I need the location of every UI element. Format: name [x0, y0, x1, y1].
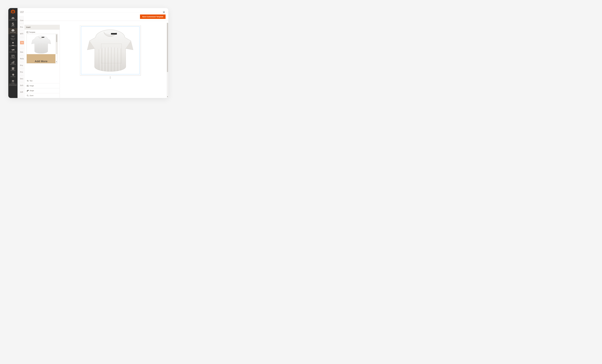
sidebar-item-label: REPORTS: [10, 64, 16, 65]
svg-rect-26: [111, 33, 117, 35]
sidebar-item-label: DASHBOARD: [9, 20, 17, 21]
sidebar-item-label: WEB TO PRINT: [9, 38, 17, 41]
canvas-area: [24, 21, 168, 98]
svg-rect-5: [11, 63, 12, 64]
admin-window: DASHBOARD $ SALES CATALOG WEB TO PRINT C…: [8, 8, 168, 98]
template-editor-modal: ✕ Save Customized Template Insert Templa…: [24, 8, 168, 98]
print-area[interactable]: [101, 44, 122, 63]
sidebar-item-label: CUSTOMERS: [9, 45, 17, 47]
sidebar-item-label: FIND PARTNERS & EXTENSIONS: [9, 82, 17, 86]
close-icon[interactable]: ✕: [162, 10, 166, 14]
svg-point-1: [12, 42, 14, 43]
sidebar-item-sales[interactable]: $ SALES: [8, 22, 18, 28]
sidebar-item-stores[interactable]: STORES: [8, 66, 18, 72]
sidebar-item-label: CATALOG: [10, 32, 16, 33]
admin-sidebar: DASHBOARD $ SALES CATALOG WEB TO PRINT C…: [8, 8, 18, 98]
person-icon: [11, 43, 14, 45]
layout-icon: [11, 55, 14, 57]
svg-rect-2: [12, 55, 14, 57]
sidebar-item-label: CONTENT: [10, 58, 16, 59]
svg-point-8: [14, 61, 14, 62]
webtoprint-icon: [11, 35, 14, 38]
sidebar-item-content[interactable]: CONTENT: [8, 54, 18, 60]
artboard-selection[interactable]: [81, 26, 140, 74]
sidebar-item-partners[interactable]: FIND PARTNERS & EXTENSIONS: [8, 78, 18, 87]
partners-icon: [11, 80, 14, 82]
modal-body-scrollbar[interactable]: ▾: [167, 23, 168, 97]
sidebar-item-dashboard[interactable]: DASHBOARD: [8, 16, 18, 22]
svg-rect-27: [111, 33, 117, 34]
box-icon: [11, 29, 14, 32]
sidebar-item-label: STORES: [11, 70, 15, 71]
bar-chart-icon: [11, 61, 14, 64]
gauge-icon: [11, 17, 14, 19]
svg-rect-6: [12, 62, 13, 64]
sidebar-item-system[interactable]: SYSTEM: [8, 72, 18, 78]
sidebar-item-catalog[interactable]: CATALOG: [8, 28, 18, 34]
storefront-icon: [11, 67, 14, 70]
sidebar-item-label: MARKETING: [10, 52, 16, 53]
chevron-down-icon[interactable]: ▾: [167, 96, 168, 97]
sidebar-item-marketing[interactable]: MARKETING: [8, 48, 18, 54]
sidebar-item-label: SYSTEM: [11, 76, 15, 77]
sidebar-item-webtoprint[interactable]: WEB TO PRINT: [8, 34, 18, 42]
artboard[interactable]: [80, 25, 141, 75]
sidebar-item-label: SALES: [11, 26, 15, 27]
gear-icon: [11, 74, 14, 76]
dollar-icon: $: [11, 23, 14, 25]
sidebar-item-customers[interactable]: CUSTOMERS: [8, 42, 18, 48]
megaphone-icon: [11, 49, 14, 51]
sidebar-item-reports[interactable]: REPORTS: [8, 60, 18, 66]
save-template-button[interactable]: Save Customized Template: [140, 14, 166, 19]
magento-logo-icon: [11, 10, 15, 14]
modal-toolbar: Save Customized Template: [24, 13, 168, 21]
